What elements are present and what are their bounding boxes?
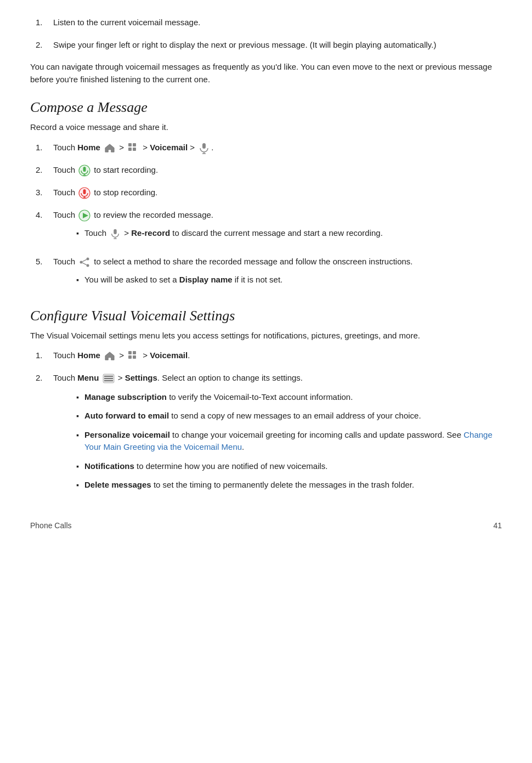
svg-rect-30 (104, 376, 113, 377)
menu-icon (103, 374, 115, 383)
compose-step-5: 5. Touch to select a method to share the… (30, 256, 502, 293)
svg-rect-28 (133, 355, 136, 359)
step-num: 5. (36, 256, 53, 268)
bullet-notifications: Notifications to determine how you are n… (76, 460, 502, 473)
bullet-content: Manage subscription to verify the Voicem… (84, 391, 353, 404)
configure-steps: 1. Touch Home > > Voicemail. 2. Touch Me… (30, 349, 502, 498)
play-icon (78, 210, 90, 222)
svg-rect-12 (83, 189, 86, 194)
compose-step-3: 3. Touch to stop recording. (30, 186, 502, 199)
configure-step-2: 2. Touch Menu > Settings. Select an opti… (30, 372, 502, 498)
record-green-icon (78, 165, 90, 177)
step-num: 1. (36, 349, 53, 362)
apps-grid-icon (127, 142, 139, 154)
bold-displayname: Display name (179, 275, 233, 284)
compose-section-title: Compose a Message (30, 97, 502, 118)
bold-home: Home (77, 143, 100, 152)
bold-rerecord: Re-record (131, 228, 170, 238)
svg-rect-32 (104, 380, 113, 381)
bold-voicemail: Voicemail (150, 143, 188, 152)
bold-menu: Menu (77, 373, 99, 382)
step-num: 3. (36, 186, 53, 199)
svg-rect-8 (83, 167, 86, 172)
step-num: 2. (36, 39, 53, 52)
configure-step-1: 1. Touch Home > > Voicemail. (30, 349, 502, 362)
bold-autoforward: Auto forward to email (84, 411, 169, 420)
bold-manage: Manage subscription (84, 392, 167, 402)
compose-step-2: 2. Touch to start recording. (30, 164, 502, 177)
step-text: Listen to the current voicemail message. (53, 16, 200, 29)
bullet-delete-messages: Delete messages to set the timing to per… (76, 479, 502, 491)
step-num: 2. (36, 164, 53, 177)
compose-subtitle: Record a voice message and share it. (30, 121, 502, 134)
bullet-displayname: You will be asked to set a Display name … (76, 274, 413, 286)
bold-settings: Settings (125, 373, 157, 382)
svg-rect-3 (133, 148, 136, 151)
svg-point-22 (87, 264, 89, 267)
svg-point-20 (87, 258, 89, 261)
svg-rect-4 (202, 143, 206, 149)
bullet-rerecord: Touch > Re-record to discard the current… (76, 227, 383, 240)
bullet-content: Delete messages to set the timing to per… (84, 479, 414, 491)
svg-rect-0 (128, 143, 132, 146)
svg-rect-27 (128, 355, 132, 359)
svg-rect-1 (133, 143, 136, 146)
step-content: Touch Menu > Settings. Select an option … (53, 372, 502, 498)
step-num: 1. (36, 142, 53, 154)
voicemail-mic-icon (198, 142, 210, 154)
step-num: 4. (36, 209, 53, 222)
bold-home: Home (77, 351, 100, 360)
step-content: Touch to stop recording. (53, 186, 157, 199)
svg-rect-26 (133, 351, 136, 354)
svg-rect-2 (128, 148, 132, 151)
page-footer: Phone Calls 41 (30, 520, 502, 532)
step5-bullets: You will be asked to set a Display name … (76, 274, 413, 286)
step-content: Touch Home > > Voicemail > . (53, 142, 213, 154)
compose-step-4: 4. Touch to review the recorded message.… (30, 209, 502, 246)
bullet-content: Personalize voicemail to change your voi… (84, 429, 502, 454)
step-content: Touch to select a method to share the re… (53, 256, 413, 293)
bullet-manage-subscription: Manage subscription to verify the Voicem… (76, 391, 502, 404)
intro-step-1: 1. Listen to the current voicemail messa… (30, 16, 502, 29)
footer-left: Phone Calls (30, 520, 72, 532)
configure-subtitle: The Visual Voicemail settings menu lets … (30, 330, 502, 342)
bold-voicemail: Voicemail (150, 351, 188, 360)
navigate-paragraph: You can navigate through voicemail messa… (30, 61, 502, 86)
bullet-content: Auto forward to email to send a copy of … (84, 410, 421, 422)
step-num: 2. (36, 372, 53, 385)
rerecord-icon (110, 228, 121, 239)
compose-step-1: 1. Touch Home > > Voicemail > . (30, 142, 502, 154)
bold-delete: Delete messages (84, 480, 151, 489)
bold-notifications: Notifications (84, 461, 134, 471)
svg-rect-17 (114, 229, 116, 234)
step-text: Swipe your finger left or right to displ… (53, 39, 436, 52)
step4-bullets: Touch > Re-record to discard the current… (76, 227, 383, 240)
apps-grid-icon (127, 350, 139, 362)
home-icon (104, 143, 116, 153)
bold-personalize: Personalize voicemail (84, 430, 170, 439)
footer-right: 41 (493, 520, 502, 532)
bullet-personalize: Personalize voicemail to change your voi… (76, 429, 502, 454)
svg-rect-25 (128, 351, 132, 354)
intro-step-2: 2. Swipe your finger left or right to di… (30, 39, 502, 52)
step-content: Touch Home > > Voicemail. (53, 349, 190, 362)
svg-point-21 (80, 261, 83, 264)
configure-section-title: Configure Visual Voicemail Settings (30, 305, 502, 326)
svg-rect-31 (104, 378, 113, 379)
svg-line-23 (83, 259, 87, 262)
configure-bullets: Manage subscription to verify the Voicem… (76, 391, 502, 491)
share-icon (78, 256, 90, 268)
bullet-content: Touch > Re-record to discard the current… (84, 227, 383, 240)
step-content: Touch to review the recorded message. To… (53, 209, 383, 246)
bullet-auto-forward: Auto forward to email to send a copy of … (76, 410, 502, 422)
home-icon (104, 351, 116, 361)
bullet-content: You will be asked to set a Display name … (84, 274, 282, 286)
record-red-icon (78, 187, 90, 199)
compose-steps: 1. Touch Home > > Voicemail > . (30, 142, 502, 293)
svg-line-24 (83, 263, 87, 265)
step-content: Touch to start recording. (53, 164, 158, 177)
intro-steps: 1. Listen to the current voicemail messa… (30, 16, 502, 51)
bullet-content: Notifications to determine how you are n… (84, 460, 328, 473)
step-num: 1. (36, 16, 53, 29)
